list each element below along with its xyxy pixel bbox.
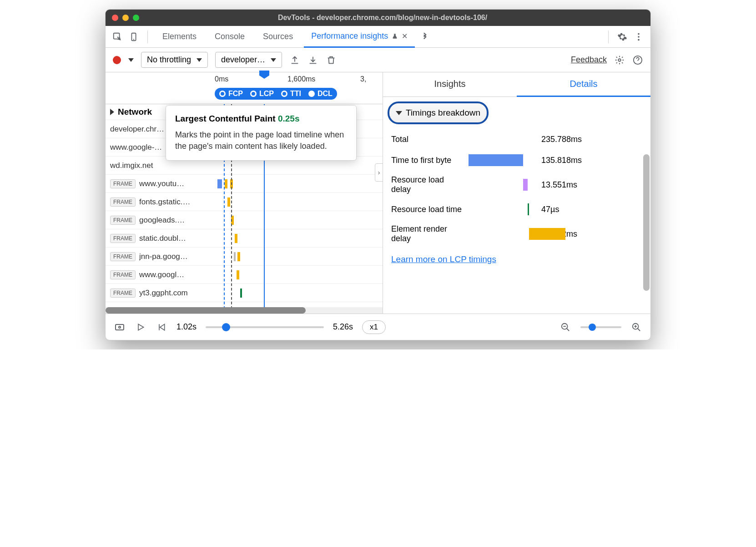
network-bars — [215, 284, 383, 302]
svg-point-6 — [618, 59, 621, 61]
timing-value: 235.788ms — [541, 135, 582, 144]
fcp-marker[interactable]: FCP — [219, 90, 243, 98]
feedback-link[interactable]: Feedback — [571, 55, 607, 65]
screenshot-toggle-icon[interactable] — [114, 321, 126, 333]
maximize-window-button[interactable] — [133, 15, 139, 21]
network-row[interactable]: FRAMEjnn-pa.goog… — [106, 248, 383, 266]
network-row[interactable]: FRAMEfonts.gstatic.… — [106, 193, 383, 211]
record-button[interactable] — [113, 56, 121, 64]
tab-elements[interactable]: Elements — [155, 26, 204, 48]
content: 0ms 1,600ms 3, FCP LCP TTI DCL Network d… — [106, 72, 650, 314]
throttling-select[interactable]: No throttling — [141, 52, 208, 68]
svg-point-4 — [638, 36, 640, 38]
breakdown-title: Timings breakdown — [406, 108, 480, 118]
right-tabs: Insights Details — [383, 72, 650, 97]
tab-console[interactable]: Console — [207, 26, 252, 48]
page-value: developer… — [221, 55, 265, 65]
collapse-icon — [396, 111, 402, 115]
record-options-icon[interactable] — [128, 58, 134, 62]
footer: 1.02s 5.26s x1 — [106, 314, 650, 340]
timing-row: Resource load delay 13.551ms — [383, 171, 650, 199]
delete-icon[interactable] — [326, 55, 337, 66]
upload-icon[interactable] — [289, 55, 300, 66]
network-bars — [215, 175, 383, 192]
more-tabs-icon[interactable] — [418, 30, 431, 43]
download-icon[interactable] — [307, 55, 318, 66]
tick-label: 1,600ms — [287, 75, 315, 83]
timing-label: Resource load delay — [391, 175, 464, 194]
network-bars — [215, 193, 383, 211]
network-bars — [215, 266, 383, 284]
divider — [608, 30, 609, 43]
tti-marker[interactable]: TTI — [281, 90, 301, 98]
timing-label: Resource load time — [391, 205, 464, 214]
metrics-pill: FCP LCP TTI DCL — [215, 88, 337, 100]
zoom-out-icon[interactable] — [559, 321, 571, 333]
network-row[interactable]: FRAMEstatic.doubl… — [106, 229, 383, 248]
timing-value: 13.551ms — [541, 180, 577, 190]
settings-icon[interactable] — [616, 30, 629, 43]
time-slider[interactable] — [206, 326, 324, 328]
tab-performance-insights[interactable]: Performance insights ✕ — [304, 26, 415, 48]
frame-badge: FRAME — [110, 234, 136, 243]
page-select[interactable]: developer… — [215, 52, 282, 68]
learn-more-link[interactable]: Learn more on LCP timings — [383, 248, 650, 271]
tab-label: Performance insights — [311, 31, 388, 41]
rewind-icon[interactable] — [156, 321, 167, 333]
timing-row: Time to first byte 135.818ms — [383, 150, 650, 171]
zoom-in-icon[interactable] — [630, 321, 642, 333]
timing-value: 47µs — [541, 205, 559, 214]
network-row[interactable]: FRAMEwww.googl… — [106, 266, 383, 284]
frame-badge: FRAME — [110, 270, 136, 279]
tab-details[interactable]: Details — [517, 72, 650, 97]
network-bars — [215, 211, 383, 229]
tooltip-title: Largest Contentful Paint — [175, 114, 276, 123]
time-end-label: 5.26s — [333, 322, 353, 332]
svg-point-3 — [638, 33, 640, 35]
chevron-down-icon — [197, 58, 202, 62]
timeline-ruler[interactable]: 0ms 1,600ms 3, FCP LCP TTI DCL — [106, 72, 383, 104]
panel-settings-icon[interactable] — [614, 55, 625, 66]
svg-rect-8 — [116, 324, 124, 330]
frame-badge: FRAME — [110, 252, 136, 261]
tab-insights[interactable]: Insights — [383, 72, 517, 96]
toolbar: No throttling developer… Feedback — [106, 48, 650, 72]
play-icon[interactable] — [135, 321, 146, 333]
network-row[interactable]: FRAMEwww.youtu… — [106, 175, 383, 193]
frame-badge: FRAME — [110, 198, 136, 207]
device-toggle-icon[interactable] — [127, 30, 140, 43]
inspect-element-icon[interactable] — [111, 30, 124, 43]
vertical-scrollbar[interactable] — [643, 100, 650, 286]
panel-tabbar: Elements Console Sources Performance ins… — [106, 26, 650, 48]
network-row[interactable]: FRAMEyt3.ggpht.com — [106, 284, 383, 302]
close-window-button[interactable] — [112, 15, 118, 21]
kebab-menu-icon[interactable] — [632, 30, 645, 43]
timing-value: 135.818ms — [541, 156, 582, 165]
divider — [147, 30, 148, 43]
dcl-marker[interactable]: DCL — [308, 90, 333, 98]
timing-row: Resource load time 47µs — [383, 199, 650, 220]
lcp-marker[interactable]: LCP — [250, 90, 274, 98]
frame-badge: FRAME — [110, 216, 136, 225]
timings-breakdown-header[interactable]: Timings breakdown — [388, 101, 489, 124]
network-row[interactable]: FRAMEgoogleads.… — [106, 211, 383, 229]
left-pane: 0ms 1,600ms 3, FCP LCP TTI DCL Network d… — [106, 72, 383, 314]
timing-label: Element render delay — [391, 224, 464, 243]
window-title: DevTools - developer.chrome.com/blog/new… — [148, 14, 617, 22]
minimize-window-button[interactable] — [122, 15, 129, 21]
timing-bar — [469, 203, 537, 215]
tick-label: 0ms — [215, 75, 228, 83]
timing-label: Time to first byte — [391, 156, 464, 165]
timing-bar — [469, 179, 537, 191]
horizontal-scrollbar[interactable] — [106, 307, 383, 314]
zoom-level[interactable]: x1 — [362, 320, 386, 334]
close-tab-icon[interactable]: ✕ — [402, 32, 408, 41]
zoom-slider[interactable] — [580, 326, 621, 328]
pane-expand-handle[interactable]: › — [375, 163, 383, 182]
timing-bar — [469, 154, 537, 166]
playhead-marker[interactable] — [259, 71, 269, 79]
devtools-window: DevTools - developer.chrome.com/blog/new… — [105, 9, 651, 340]
help-icon[interactable] — [632, 55, 643, 66]
tab-sources[interactable]: Sources — [256, 26, 300, 48]
tooltip-value: 0.25s — [278, 114, 300, 123]
